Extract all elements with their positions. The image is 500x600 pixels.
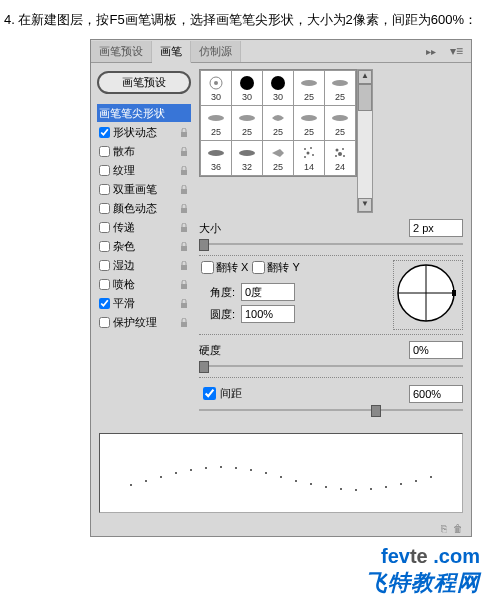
brush-thumb[interactable]: 30 [232,71,262,105]
tab-brush[interactable]: 画笔 [152,41,191,63]
wet-edges-checkbox[interactable] [99,260,110,271]
svg-rect-4 [181,208,187,213]
brush-panel: 画笔预设 画笔 仿制源 ▸▸ ▾≡ 画笔预设 画笔笔尖形状 形状动态 散布 [90,39,472,537]
scroll-down-icon[interactable]: ▼ [358,198,372,212]
collapse-icon[interactable]: ▸▸ [420,46,442,57]
svg-rect-3 [181,189,187,194]
option-texture[interactable]: 纹理 [97,161,191,179]
option-noise[interactable]: 杂色 [97,237,191,255]
spacing-checkbox[interactable] [203,387,216,400]
svg-rect-36 [452,290,456,296]
flip-y-checkbox[interactable] [252,261,265,274]
watermark: fevte .com 飞特教程网 [0,537,500,600]
svg-rect-1 [181,151,187,156]
svg-rect-5 [181,227,187,232]
spacing-label: 间距 [220,386,264,401]
brush-thumb[interactable]: 25 [201,106,231,140]
size-slider[interactable] [199,239,463,249]
brush-presets-button[interactable]: 画笔预设 [97,71,191,94]
brush-thumb[interactable]: 25 [325,106,355,140]
option-color-dynamics[interactable]: 颜色动态 [97,199,191,217]
brush-thumb[interactable]: 25 [232,106,262,140]
angle-input[interactable] [241,283,295,301]
svg-point-18 [239,115,255,121]
option-dual-brush[interactable]: 双重画笔 [97,180,191,198]
svg-rect-0 [181,132,187,137]
scattering-checkbox[interactable] [99,146,110,157]
angle-control[interactable] [393,260,463,330]
svg-point-14 [271,76,285,90]
hardness-input[interactable] [409,341,463,359]
lock-icon [179,241,189,251]
option-scattering[interactable]: 散布 [97,142,191,160]
hardness-label: 硬度 [199,343,243,358]
brush-grid-scrollbar[interactable]: ▲ ▼ [357,69,373,213]
scroll-thumb[interactable] [358,84,372,111]
option-shape-dynamics[interactable]: 形状动态 [97,123,191,141]
option-wet-edges[interactable]: 湿边 [97,256,191,274]
brush-thumb[interactable]: 14 [294,141,324,175]
dual-brush-checkbox[interactable] [99,184,110,195]
svg-rect-2 [181,170,187,175]
lock-icon [179,260,189,270]
svg-point-20 [332,115,348,121]
option-smoothing[interactable]: 平滑 [97,294,191,312]
brush-thumb[interactable]: 25 [263,141,293,175]
svg-point-13 [240,76,254,90]
brush-thumb[interactable]: 25 [294,106,324,140]
svg-point-19 [301,115,317,121]
svg-point-32 [335,155,337,157]
trash-icon[interactable]: 🗑 [453,523,463,534]
texture-checkbox[interactable] [99,165,110,176]
svg-point-31 [343,155,345,157]
stroke-preview [99,433,463,513]
new-icon[interactable]: ⎘ [441,523,447,534]
option-brush-tip-shape[interactable]: 画笔笔尖形状 [97,104,191,122]
transfer-checkbox[interactable] [99,222,110,233]
brush-thumb[interactable]: 24 [325,141,355,175]
lock-icon [179,127,189,137]
flip-x-checkbox[interactable] [201,261,214,274]
shape-dynamics-checkbox[interactable] [99,127,110,138]
svg-point-28 [336,149,339,152]
smoothing-checkbox[interactable] [99,298,110,309]
svg-point-21 [208,150,224,156]
noise-checkbox[interactable] [99,241,110,252]
tab-brush-presets[interactable]: 画笔预设 [91,41,152,62]
brush-thumb[interactable]: 30 [263,71,293,105]
spacing-input[interactable] [409,385,463,403]
brush-thumb[interactable]: 25 [263,106,293,140]
roundness-input[interactable] [241,305,295,323]
brush-thumb[interactable]: 25 [325,71,355,105]
brush-thumb[interactable]: 25 [294,71,324,105]
lock-icon [179,146,189,156]
angle-label: 角度: [199,285,235,300]
lock-icon [179,203,189,213]
svg-point-27 [304,156,306,158]
option-transfer[interactable]: 传递 [97,218,191,236]
hardness-slider[interactable] [199,361,463,371]
panel-menu-icon[interactable]: ▾≡ [442,44,471,58]
size-input[interactable] [409,219,463,237]
brush-thumb[interactable]: 30 [201,71,231,105]
color-dynamics-checkbox[interactable] [99,203,110,214]
brush-settings: 30 30 30 25 25 25 25 25 25 25 36 32 25 1… [195,63,471,427]
lock-icon [179,165,189,175]
brush-thumb[interactable]: 32 [232,141,262,175]
lock-icon [179,298,189,308]
lock-icon [179,279,189,289]
protect-texture-checkbox[interactable] [99,317,110,328]
tab-clone-source[interactable]: 仿制源 [191,41,241,62]
airbrush-checkbox[interactable] [99,279,110,290]
lock-icon [179,222,189,232]
svg-point-29 [342,148,344,150]
spacing-slider[interactable] [199,405,463,415]
brush-thumb[interactable]: 36 [201,141,231,175]
lock-icon [179,317,189,327]
scroll-up-icon[interactable]: ▲ [358,70,372,84]
option-protect-texture[interactable]: 保护纹理 [97,313,191,331]
panel-footer: ⎘ 🗑 [91,521,471,536]
roundness-label: 圆度: [199,307,235,322]
brush-picker-grid[interactable]: 30 30 30 25 25 25 25 25 25 25 36 32 25 1… [199,69,357,177]
option-airbrush[interactable]: 喷枪 [97,275,191,293]
